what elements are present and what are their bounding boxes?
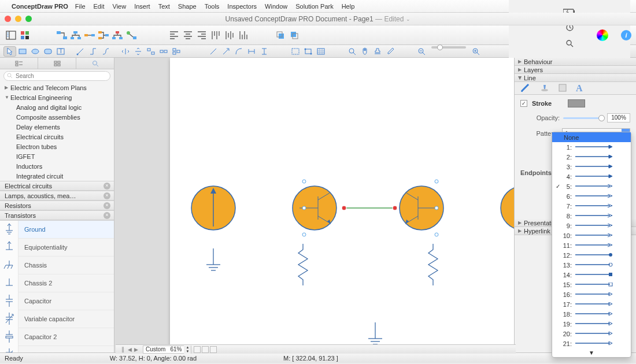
- opacity-value[interactable]: 100%: [607, 113, 630, 122]
- split-v-icon[interactable]: [132, 46, 145, 57]
- zoom-tool-icon[interactable]: [346, 46, 358, 57]
- line-text-tab-icon[interactable]: A: [576, 83, 583, 94]
- tree-item[interactable]: IGFET: [0, 151, 114, 161]
- tree-electric-telecom[interactable]: ▶Electric and Telecom Plans: [0, 83, 114, 92]
- shape-resistor-2[interactable]: [428, 244, 438, 285]
- shape-capacitor-2[interactable]: Capacitor 2: [0, 328, 114, 346]
- shape-equipotentiality[interactable]: Equipotentiality: [0, 239, 114, 257]
- eyedropper-icon[interactable]: [384, 46, 397, 57]
- app-name[interactable]: ConceptDraw PRO: [12, 3, 68, 10]
- close-window-button[interactable]: [5, 16, 11, 22]
- zoom-in-icon[interactable]: [469, 46, 482, 57]
- spotlight-icon[interactable]: [566, 40, 574, 49]
- snap-icon[interactable]: [302, 46, 315, 57]
- pattern-option[interactable]: 17:: [552, 299, 631, 309]
- pattern-option[interactable]: 4:: [552, 172, 631, 181]
- zoom-slider[interactable]: [431, 46, 466, 49]
- pattern-option[interactable]: 15:: [552, 280, 631, 289]
- diagram-tool-4-icon[interactable]: [97, 29, 110, 42]
- bring-front-icon[interactable]: [274, 29, 287, 42]
- palette-resistors[interactable]: Resistors×: [0, 200, 114, 210]
- pattern-option[interactable]: 2:: [552, 152, 631, 162]
- shape-chassis[interactable]: Chassis: [0, 257, 114, 274]
- menu-help[interactable]: Help: [342, 3, 355, 10]
- title-dropdown-icon[interactable]: ⌄: [406, 16, 411, 22]
- palette-lamps[interactable]: Lamps, acoustics, mea…×: [0, 191, 114, 200]
- line-fill-tab-icon[interactable]: [559, 84, 567, 93]
- tree-item[interactable]: Electrical circuits: [0, 132, 114, 142]
- text-tool[interactable]: T: [54, 46, 67, 57]
- shape-offpage-circle[interactable]: [501, 186, 515, 230]
- line-pen-tab-icon[interactable]: [520, 83, 531, 94]
- diagram-tool-2-icon[interactable]: [69, 29, 82, 42]
- stamp-tool-icon[interactable]: [371, 46, 384, 57]
- menu-view[interactable]: View: [113, 3, 127, 10]
- connector-3-icon[interactable]: [99, 46, 112, 57]
- close-palette-icon[interactable]: ×: [103, 202, 110, 209]
- shape-source-1[interactable]: [191, 186, 235, 230]
- shape-ground-1[interactable]: [206, 248, 220, 270]
- dimension-h-icon[interactable]: [245, 46, 258, 57]
- align-right-icon[interactable]: [195, 29, 208, 42]
- rounded-rect-tool[interactable]: [42, 46, 54, 57]
- pattern-option[interactable]: 18:: [552, 309, 631, 319]
- tree-item[interactable]: Analog and digital logic: [0, 102, 114, 112]
- pattern-option[interactable]: 11:: [552, 240, 631, 250]
- menu-window[interactable]: Window: [265, 3, 287, 10]
- align-middle-icon[interactable]: [223, 29, 236, 42]
- align-top-icon[interactable]: [209, 29, 222, 42]
- close-palette-icon[interactable]: ×: [103, 212, 110, 219]
- ellipse-tool[interactable]: [29, 46, 42, 57]
- stroke-color-swatch[interactable]: [568, 99, 585, 107]
- page[interactable]: [170, 58, 515, 352]
- pattern-dropdown[interactable]: None 1:2:3:4:✓5:6:7:8:9:10:11:12:13:14:1…: [552, 132, 631, 358]
- shape-variable-capacitor-2[interactable]: Variable capacitor 2: [0, 346, 114, 352]
- pattern-option[interactable]: ✓5:: [552, 181, 631, 191]
- grid-icon[interactable]: [315, 46, 327, 57]
- next-page-icon[interactable]: ▶: [134, 347, 138, 352]
- opacity-slider[interactable]: [563, 117, 604, 119]
- stroke-checkbox[interactable]: ✓: [520, 100, 527, 107]
- menu-text[interactable]: Text: [158, 3, 170, 10]
- page-thumbs[interactable]: [194, 346, 217, 353]
- menu-inspectors[interactable]: Inspectors: [227, 3, 257, 10]
- pattern-option[interactable]: 20:: [552, 329, 631, 339]
- send-back-icon[interactable]: [288, 29, 301, 42]
- inspector-line[interactable]: ▶Line: [515, 74, 636, 82]
- color-swatches-icon[interactable]: [19, 29, 31, 42]
- pattern-more-icon[interactable]: ▼: [552, 348, 631, 357]
- pattern-option[interactable]: 14:: [552, 270, 631, 280]
- palette-transistors[interactable]: Transistors×: [0, 210, 114, 220]
- shape-ground-2[interactable]: [368, 322, 382, 344]
- align-left-icon[interactable]: [168, 29, 180, 42]
- pattern-option[interactable]: 21:: [552, 339, 631, 348]
- palette-electrical-circuits[interactable]: Electrical circuits×: [0, 181, 114, 191]
- arrange-3-icon[interactable]: [170, 46, 183, 57]
- diagram-tool-3-icon[interactable]: [83, 29, 96, 42]
- color-wheel-icon[interactable]: [597, 29, 608, 41]
- tree-item[interactable]: Composite assemblies: [0, 112, 114, 122]
- dimension-v-icon[interactable]: [258, 46, 271, 57]
- pointer-tool[interactable]: [3, 46, 16, 57]
- library-search-input[interactable]: [3, 71, 110, 81]
- align-center-h-icon[interactable]: [182, 29, 194, 42]
- curve-tool[interactable]: [232, 46, 245, 57]
- shape-chassis-2[interactable]: Chassis 2: [0, 274, 114, 292]
- pattern-option[interactable]: 9:: [552, 221, 631, 231]
- menu-file[interactable]: File: [75, 3, 86, 10]
- tree-item[interactable]: Delay elements: [0, 122, 114, 132]
- pattern-option-none[interactable]: None: [552, 132, 631, 142]
- diagram-tool-5-icon[interactable]: [111, 29, 124, 42]
- tree-item[interactable]: Integrated circuit: [0, 171, 114, 181]
- split-h-icon[interactable]: [119, 46, 132, 57]
- menu-shape[interactable]: Shape: [178, 3, 197, 10]
- library-grid-view-icon[interactable]: [38, 58, 76, 69]
- arrow-tool[interactable]: [220, 46, 232, 57]
- shape-resistor-1[interactable]: [298, 244, 308, 285]
- menu-insert[interactable]: Insert: [134, 3, 150, 10]
- inspector-behaviour[interactable]: ▶Behaviour: [515, 58, 636, 66]
- drawing[interactable]: [170, 58, 515, 352]
- minimize-window-button[interactable]: [15, 16, 21, 22]
- diagram-tool-1-icon[interactable]: [56, 29, 68, 42]
- connector-2-icon[interactable]: [87, 46, 99, 57]
